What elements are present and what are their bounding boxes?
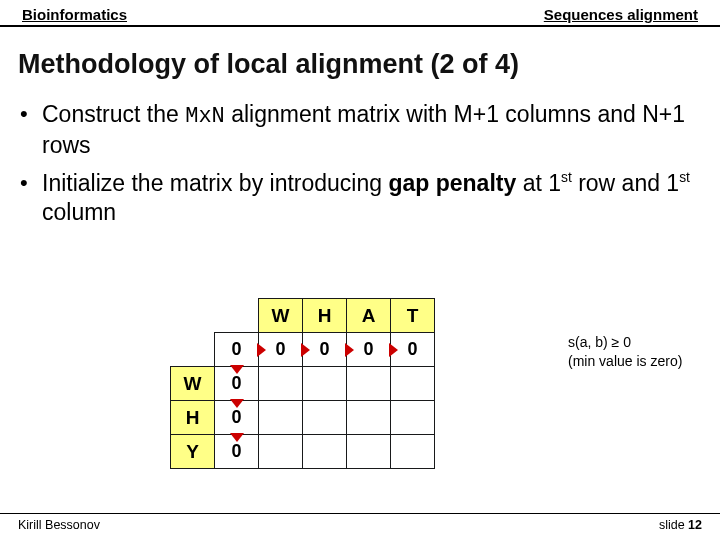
slide-number: 12 — [688, 518, 702, 532]
footer-author: Kirill Bessonov — [18, 518, 100, 532]
text: Construct the — [42, 101, 185, 127]
col-header: A — [347, 299, 391, 333]
text: row and 1 — [572, 170, 679, 196]
arrow-right-icon — [301, 343, 310, 357]
value: 0 — [231, 407, 241, 427]
empty-cell — [171, 299, 215, 333]
cell — [303, 435, 347, 469]
col-header: T — [391, 299, 435, 333]
value: 0 — [363, 339, 373, 359]
arrow-down-icon — [230, 365, 244, 374]
bullet-2: Initialize the matrix by introducing gap… — [42, 169, 692, 227]
footer-slide: slide 12 — [659, 518, 702, 532]
col-header: H — [303, 299, 347, 333]
slide-header: Bioinformatics Sequences alignment — [0, 0, 720, 27]
table-row: W 0 — [171, 367, 435, 401]
alignment-matrix: W H A T 0 0 0 0 0 W 0 H 0 — [170, 298, 435, 469]
table-row: 0 0 0 0 0 — [171, 333, 435, 367]
cell — [303, 367, 347, 401]
slide-footer: Kirill Bessonov slide 12 — [0, 513, 720, 532]
cell — [259, 435, 303, 469]
cell — [303, 401, 347, 435]
text: column — [42, 199, 116, 225]
arrow-down-icon — [230, 399, 244, 408]
table-row: H 0 — [171, 401, 435, 435]
value: 0 — [231, 373, 241, 393]
bullet-1: Construct the MxN alignment matrix with … — [42, 100, 692, 159]
bullet-list: Construct the MxN alignment matrix with … — [0, 100, 720, 227]
cell — [259, 401, 303, 435]
arrow-down-icon — [230, 433, 244, 442]
empty-cell — [215, 299, 259, 333]
cell: 0 — [215, 333, 259, 367]
sup: st — [561, 171, 572, 186]
slide-title: Methodology of local alignment (2 of 4) — [0, 27, 720, 100]
cell — [391, 367, 435, 401]
matrix-zone: W H A T 0 0 0 0 0 W 0 H 0 — [170, 298, 435, 469]
cell — [347, 367, 391, 401]
cell — [259, 367, 303, 401]
header-right: Sequences alignment — [544, 6, 698, 23]
row-header: Y — [171, 435, 215, 469]
row-header: W — [171, 367, 215, 401]
mono-span: MxN — [185, 104, 225, 129]
legend-line: (min value is zero) — [568, 352, 682, 371]
header-left: Bioinformatics — [22, 6, 127, 23]
table-row: Y 0 — [171, 435, 435, 469]
slide-prefix: slide — [659, 518, 688, 532]
value: 0 — [231, 339, 241, 359]
text: Initialize the matrix by introducing — [42, 170, 388, 196]
cell — [347, 435, 391, 469]
text: at 1 — [516, 170, 561, 196]
legend: s(a, b) ≥ 0 (min value is zero) — [568, 333, 682, 371]
legend-line: s(a, b) ≥ 0 — [568, 333, 682, 352]
sup: st — [679, 171, 690, 186]
value: 0 — [319, 339, 329, 359]
row-header: H — [171, 401, 215, 435]
value: 0 — [275, 339, 285, 359]
arrow-right-icon — [257, 343, 266, 357]
col-header: W — [259, 299, 303, 333]
empty-cell — [171, 333, 215, 367]
cell — [391, 401, 435, 435]
arrow-right-icon — [345, 343, 354, 357]
bold-span: gap penalty — [388, 170, 516, 196]
cell — [391, 435, 435, 469]
table-row: W H A T — [171, 299, 435, 333]
arrow-right-icon — [389, 343, 398, 357]
cell — [347, 401, 391, 435]
